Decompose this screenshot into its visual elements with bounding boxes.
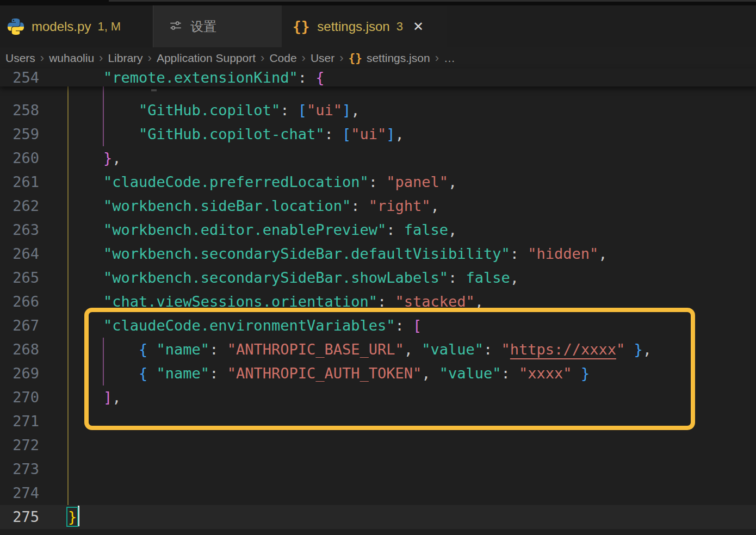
- code-line[interactable]: 270 ],: [0, 385, 756, 409]
- line-number[interactable]: 275: [0, 505, 68, 529]
- line-number[interactable]: 271: [0, 409, 68, 433]
- breadcrumb-item[interactable]: Code: [269, 52, 296, 65]
- tab-settings-ui[interactable]: 设置: [153, 5, 282, 47]
- code-line[interactable]: 266 "chat.viewSessions.orientation": "st…: [0, 290, 756, 314]
- tab-label: 设置: [190, 18, 216, 35]
- json-braces-icon: {}: [349, 52, 362, 65]
- code-line[interactable]: 258 "GitHub.copilot": ["ui"],: [0, 98, 756, 122]
- line-number[interactable]: 265: [0, 266, 68, 290]
- partially-scrolled-line-fragment: [151, 89, 157, 91]
- code-line[interactable]: 272: [0, 433, 756, 457]
- tab-label: models.py: [32, 19, 91, 34]
- tab-decoration: 1, M: [97, 20, 121, 34]
- code-line[interactable]: 273: [0, 457, 756, 481]
- sticky-code-text: "remote.extensionKind": {: [68, 69, 324, 86]
- line-number[interactable]: 266: [0, 290, 68, 314]
- code-line[interactable]: 274: [0, 481, 756, 505]
- line-number: 254: [0, 69, 68, 86]
- sticky-scroll-line[interactable]: 254 "remote.extensionKind": {: [0, 69, 756, 86]
- breadcrumb-item[interactable]: …: [444, 52, 455, 65]
- tab-models-py[interactable]: models.py 1, M: [0, 5, 153, 47]
- code-lines: 258 "GitHub.copilot": ["ui"],259 "GitHub…: [0, 98, 756, 529]
- line-number[interactable]: 261: [0, 170, 68, 194]
- breadcrumb-item[interactable]: settings.json: [367, 52, 430, 65]
- breadcrumb-separator: ›: [302, 51, 306, 65]
- breadcrumb-separator: ›: [148, 51, 152, 65]
- editor-tab-bar: models.py 1, M 设置 {} settings.json 3 ✕: [0, 5, 756, 47]
- breadcrumb-item[interactable]: Application Support: [157, 52, 256, 65]
- breadcrumb-item[interactable]: wuhaoliu: [49, 52, 94, 65]
- code-text: "GitHub.copilot": ["ui"],: [68, 98, 360, 122]
- text-cursor: [78, 506, 79, 526]
- code-line[interactable]: 275}: [0, 505, 756, 529]
- code-text: "GitHub.copilot-chat": ["ui"],: [68, 122, 404, 146]
- breadcrumb-separator: ›: [40, 51, 44, 65]
- line-number[interactable]: 274: [0, 481, 68, 505]
- line-number[interactable]: 258: [0, 98, 68, 122]
- code-line[interactable]: 268 { "name": "ANTHROPIC_BASE_URL", "val…: [0, 338, 756, 362]
- python-icon: [8, 18, 24, 35]
- code-text: "workbench.editor.enablePreview": false,: [68, 218, 457, 242]
- code-line[interactable]: 262 "workbench.sideBar.location": "right…: [0, 194, 756, 218]
- line-number[interactable]: 263: [0, 218, 68, 242]
- code-text: "workbench.sideBar.location": "right",: [68, 194, 439, 218]
- code-text: "workbench.secondarySideBar.defaultVisib…: [68, 242, 608, 266]
- code-text: "workbench.secondarySideBar.showLabels":…: [68, 266, 519, 290]
- code-editor[interactable]: 258 "GitHub.copilot": ["ui"],259 "GitHub…: [0, 69, 756, 535]
- code-text: ],: [68, 385, 121, 409]
- tab-label: settings.json: [317, 19, 389, 34]
- code-line[interactable]: 260 },: [0, 146, 756, 170]
- code-line[interactable]: 264 "workbench.secondarySideBar.defaultV…: [0, 242, 756, 266]
- line-number[interactable]: 267: [0, 314, 68, 338]
- code-text: "chat.viewSessions.orientation": "stacke…: [68, 290, 484, 314]
- tab-settings-json[interactable]: {} settings.json 3 ✕: [282, 5, 447, 47]
- code-line[interactable]: 269 { "name": "ANTHROPIC_AUTH_TOKEN", "v…: [0, 362, 756, 385]
- code-text: }: [68, 505, 79, 529]
- window-top-strip: [0, 0, 756, 5]
- code-line[interactable]: 267 "claudeCode.environmentVariables": [: [0, 314, 756, 338]
- code-text: "claudeCode.environmentVariables": [: [68, 314, 422, 338]
- line-number[interactable]: 269: [0, 362, 68, 385]
- code-line[interactable]: 263 "workbench.editor.enablePreview": fa…: [0, 218, 756, 242]
- breadcrumb-separator: ›: [99, 51, 103, 65]
- close-icon[interactable]: ✕: [413, 20, 424, 33]
- line-number[interactable]: 272: [0, 433, 68, 457]
- breadcrumb-separator: ›: [339, 51, 343, 65]
- window-top-hairline: [109, 0, 756, 2]
- code-line[interactable]: 261 "claudeCode.preferredLocation": "pan…: [0, 170, 756, 194]
- breadcrumb-item[interactable]: Library: [108, 52, 142, 65]
- breadcrumb-item[interactable]: User: [311, 52, 334, 65]
- sliders-icon: [169, 18, 183, 35]
- breadcrumb-item[interactable]: Users: [5, 52, 35, 65]
- breadcrumb-separator: ›: [261, 51, 264, 65]
- code-line[interactable]: 271: [0, 409, 756, 433]
- tab-decoration: 3: [396, 20, 403, 34]
- json-braces-icon: {}: [293, 18, 309, 35]
- line-number[interactable]: 268: [0, 338, 68, 362]
- line-number[interactable]: 259: [0, 122, 68, 146]
- line-number[interactable]: 264: [0, 242, 68, 266]
- line-number[interactable]: 270: [0, 385, 68, 409]
- code-line[interactable]: 265 "workbench.secondarySideBar.showLabe…: [0, 266, 756, 290]
- breadcrumb-separator: ›: [435, 51, 439, 65]
- code-text: { "name": "ANTHROPIC_BASE_URL", "value":…: [68, 338, 652, 362]
- breadcrumb: Users › wuhaoliu › Library › Application…: [0, 47, 756, 69]
- line-number[interactable]: 262: [0, 194, 68, 218]
- code-text: "claudeCode.preferredLocation": "panel",: [68, 170, 457, 194]
- code-line[interactable]: 259 "GitHub.copilot-chat": ["ui"],: [0, 122, 756, 146]
- line-number[interactable]: 273: [0, 457, 68, 481]
- code-text: },: [68, 146, 121, 170]
- tab-bar-empty-area: [447, 5, 756, 47]
- code-text: { "name": "ANTHROPIC_AUTH_TOKEN", "value…: [68, 362, 590, 385]
- line-number[interactable]: 260: [0, 146, 68, 170]
